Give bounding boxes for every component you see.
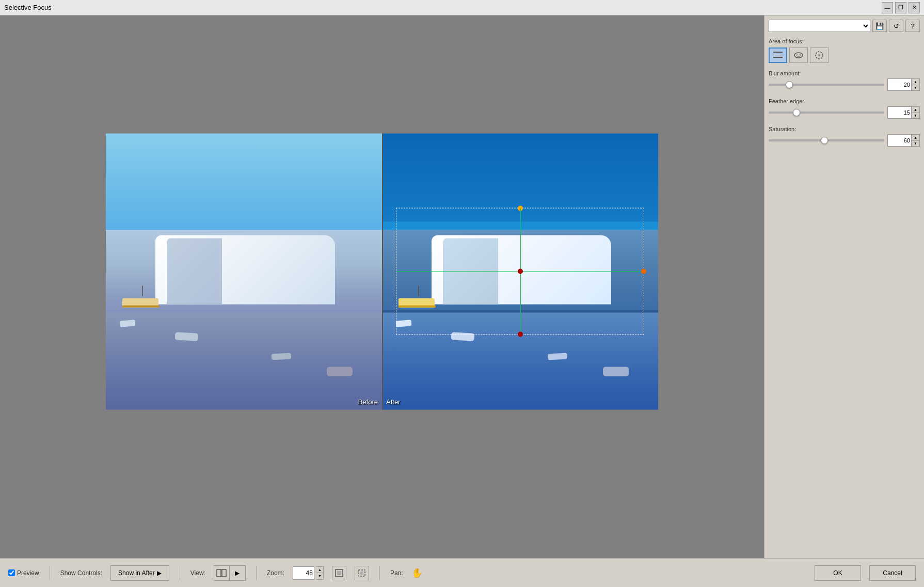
saturation-spinner: ▲ ▼ [887, 134, 920, 147]
blur-amount-up[interactable]: ▲ [911, 79, 919, 85]
svg-rect-8 [217, 569, 221, 577]
feather-edge-arrows: ▲ ▼ [911, 107, 919, 118]
feather-edge-down[interactable]: ▼ [911, 113, 919, 119]
view-split-button[interactable] [214, 566, 230, 580]
feather-edge-control: Feather edge: ▲ ▼ [769, 98, 920, 119]
area-btn-radial[interactable] [789, 47, 808, 63]
foreground-before [106, 313, 382, 409]
zoom-box: ▲ ▼ [293, 566, 324, 580]
area-btn-custom[interactable] [810, 47, 829, 63]
saturation-track [769, 139, 884, 141]
feather-edge-spinner: ▲ ▼ [887, 106, 920, 119]
title-bar: Selective Focus — ❐ ✕ [0, 0, 924, 15]
bottom-bar: Preview Show Controls: Show in After ▶ V… [0, 558, 924, 587]
window-controls: — ❐ ✕ [882, 2, 920, 13]
svg-point-4 [794, 53, 803, 58]
help-button[interactable]: ? [905, 20, 920, 32]
ok-button[interactable]: OK [815, 565, 861, 581]
fit-to-window-button[interactable] [332, 566, 346, 580]
ice1-before [119, 320, 135, 327]
split-view-icon [216, 569, 227, 577]
handle-bottom-red[interactable] [518, 332, 523, 337]
area-btn-linear[interactable] [769, 47, 787, 63]
svg-rect-11 [337, 571, 341, 575]
svg-rect-1 [773, 54, 783, 54]
preset-select[interactable] [769, 20, 870, 32]
preview-checkbox[interactable] [8, 569, 15, 576]
split-view: Before [106, 133, 658, 409]
zoom-down-button[interactable]: ▼ [316, 573, 323, 579]
svg-point-7 [818, 54, 820, 56]
area-of-focus-label: Area of focus: [769, 38, 920, 44]
before-panel: Before [106, 133, 382, 409]
blur-amount-input[interactable] [888, 79, 911, 90]
separator-3 [256, 566, 257, 580]
zoom-label: Zoom: [267, 569, 284, 577]
save-preset-button[interactable]: 💾 [872, 20, 887, 32]
blur-amount-down[interactable]: ▼ [911, 85, 919, 91]
separator-2 [180, 566, 180, 580]
svg-rect-9 [222, 569, 226, 577]
show-in-after-button[interactable]: Show in After ▶ [110, 565, 169, 581]
blur-amount-slider-row: ▲ ▼ [769, 78, 920, 91]
after-label: After [386, 398, 400, 405]
linear-icon [773, 50, 783, 60]
blur-amount-thumb[interactable] [786, 81, 793, 88]
sky-before [106, 133, 382, 230]
main-content: Before [0, 15, 924, 558]
minimize-button[interactable]: — [882, 2, 893, 13]
blur-amount-control: Blur amount: ▲ ▼ [769, 70, 920, 91]
zoom-up-button[interactable]: ▲ [316, 567, 323, 574]
canvas-area: Before [0, 15, 764, 558]
ice3-after [548, 353, 568, 360]
show-controls-label: Show Controls: [60, 569, 102, 577]
blur-amount-spinner: ▲ ▼ [887, 78, 920, 91]
saturation-input[interactable] [888, 135, 911, 146]
view-dropdown-button[interactable]: ▶ [230, 566, 245, 580]
saturation-slider-row: ▲ ▼ [769, 134, 920, 147]
ice3-before [272, 353, 292, 360]
view-btn-group: ▶ [214, 565, 246, 581]
preset-row: 💾 ↺ ? [769, 20, 920, 32]
reset-preset-button[interactable]: ↺ [889, 20, 903, 32]
image-container: Before [0, 15, 764, 558]
preview-label: Preview [17, 569, 39, 577]
saturation-up[interactable]: ▲ [911, 135, 919, 141]
separator-4 [379, 566, 380, 580]
close-button[interactable]: ✕ [909, 2, 920, 13]
iceberg-shadow-before [167, 238, 222, 304]
feather-edge-slider-row: ▲ ▼ [769, 106, 920, 119]
restore-button[interactable]: ❐ [895, 2, 906, 13]
fit-image-icon [358, 569, 366, 577]
view-label: View: [190, 569, 205, 577]
before-scene [106, 133, 382, 409]
custom-icon [814, 50, 824, 60]
feather-edge-label: Feather edge: [769, 98, 920, 104]
feather-edge-input[interactable] [888, 107, 911, 118]
fit-to-image-button[interactable] [355, 566, 369, 580]
svg-rect-3 [773, 57, 783, 58]
radial-icon [793, 50, 804, 60]
area-of-focus-buttons [769, 47, 920, 63]
cancel-button[interactable]: Cancel [869, 565, 916, 581]
ice4-before [327, 367, 353, 376]
svg-rect-13 [360, 572, 363, 575]
mast-before [142, 286, 143, 296]
right-panel: 💾 ↺ ? Area of focus: [764, 15, 924, 558]
show-in-after-label: Show in After [118, 569, 155, 577]
feather-edge-up[interactable]: ▲ [911, 107, 919, 113]
feather-edge-thumb[interactable] [793, 109, 800, 116]
zoom-input[interactable] [293, 566, 314, 580]
blur-amount-label: Blur amount: [769, 70, 920, 76]
blur-amount-track [769, 84, 884, 86]
pan-icon[interactable]: ✋ [411, 567, 423, 579]
blur-amount-arrows: ▲ ▼ [911, 79, 919, 90]
ice2-before [174, 332, 198, 341]
saturation-thumb[interactable] [821, 137, 828, 144]
saturation-down[interactable]: ▼ [911, 141, 919, 147]
saturation-control: Saturation: ▲ ▼ [769, 126, 920, 147]
svg-point-5 [796, 54, 801, 57]
handle-right-orange[interactable] [641, 268, 646, 274]
preview-checkbox-row: Preview [8, 569, 39, 577]
handle-center-red[interactable] [518, 268, 523, 274]
